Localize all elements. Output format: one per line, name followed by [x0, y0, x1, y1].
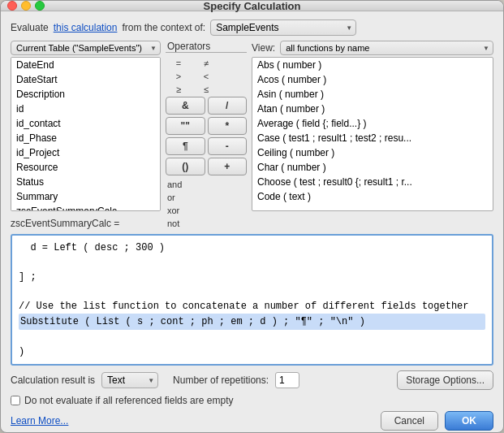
titlebar: Specify Calculation	[1, 1, 503, 11]
field-item-dateend[interactable]: DateEnd	[11, 58, 160, 72]
table-select-wrapper: Current Table ("SampleEvents")	[11, 41, 161, 55]
ops-symbols-grid: = ≠ > < ≥ ≤	[166, 58, 247, 95]
field-item-datestart[interactable]: DateStart	[11, 72, 160, 87]
cancel-button[interactable]: Cancel	[381, 411, 438, 431]
function-list[interactable]: Abs ( number ) Acos ( number ) Asin ( nu…	[252, 57, 493, 211]
fn-atan[interactable]: Atan ( number )	[252, 102, 493, 116]
context-select-wrapper: SampleEvents	[210, 19, 356, 36]
formula-label: zscEventSummaryCalc =	[11, 218, 493, 229]
field-item-status[interactable]: Status	[11, 175, 160, 189]
op-symbol-lt: <	[193, 71, 219, 82]
op-symbol-eq: =	[166, 58, 192, 69]
op-symbol-blank3	[221, 84, 247, 95]
ok-button[interactable]: OK	[445, 411, 493, 431]
formula-line-4	[19, 284, 485, 299]
fn-choose[interactable]: Choose ( test ; result0 {; result1 ; r..…	[252, 175, 493, 189]
op-symbol-blank2	[221, 71, 247, 82]
result-type-select[interactable]: Text	[101, 372, 158, 388]
maximize-button[interactable]	[35, 1, 45, 11]
view-label: View:	[252, 42, 275, 54]
op-btn-and[interactable]: &	[166, 97, 205, 115]
field-panel: Current Table ("SampleEvents") DateEnd D…	[11, 41, 161, 211]
op-symbol-gte: ≥	[166, 84, 192, 95]
field-item-zscevent[interactable]: zscEventSummaryCalc	[11, 204, 160, 211]
field-item-id-project[interactable]: id_Project	[11, 145, 160, 160]
context-link[interactable]: this calculation	[54, 22, 118, 33]
repetitions-label: Number of repetitions:	[173, 375, 269, 386]
repetitions-input[interactable]	[275, 372, 299, 388]
op-text-xor[interactable]: xor	[166, 205, 247, 216]
fn-ceiling[interactable]: Ceiling ( number )	[252, 145, 493, 160]
result-select-wrapper: Text	[101, 372, 158, 388]
field-item-id-contact[interactable]: id_contact	[11, 116, 160, 131]
field-item-id[interactable]: id	[11, 102, 160, 116]
action-buttons: Cancel OK	[381, 411, 493, 431]
fn-case[interactable]: Case ( test1 ; result1 ; test2 ; resu...	[252, 131, 493, 145]
fn-average[interactable]: Average ( field {; field...} )	[252, 116, 493, 131]
operators-label: Operators	[166, 41, 247, 53]
field-item-resource[interactable]: Resource	[11, 160, 160, 175]
fn-acos[interactable]: Acos ( number )	[252, 72, 493, 87]
view-select[interactable]: all functions by name	[280, 41, 493, 55]
op-btn-para[interactable]: ¶	[166, 137, 205, 155]
field-list[interactable]: DateEnd DateStart Description id id_cont…	[11, 57, 161, 211]
fn-code[interactable]: Code ( text )	[252, 189, 493, 204]
op-btn-mul[interactable]: *	[208, 117, 248, 135]
checkbox-row: Do not evaluate if all referenced fields…	[11, 395, 493, 406]
calc-result-label: Calculation result is	[11, 375, 95, 386]
op-btn-plus[interactable]: +	[208, 158, 248, 175]
context-select[interactable]: SampleEvents	[210, 19, 356, 36]
field-item-description[interactable]: Description	[11, 87, 160, 102]
op-text-and[interactable]: and	[166, 179, 247, 190]
formula-line-8: )	[19, 344, 485, 359]
context-row: Evaluate this calculation from the conte…	[11, 19, 493, 36]
view-select-wrapper: all functions by name	[280, 41, 493, 55]
field-item-summary[interactable]: Summary	[11, 189, 160, 204]
context-label-before: Evaluate	[11, 22, 49, 33]
op-btn-parens[interactable]: ()	[166, 158, 205, 175]
op-btn-div[interactable]: /	[208, 97, 248, 115]
middle-section: Current Table ("SampleEvents") DateEnd D…	[11, 41, 493, 211]
fn-asin[interactable]: Asin ( number )	[252, 87, 493, 102]
operators-panel: Operators = ≠ > < ≥ ≤ & / "" *	[166, 41, 247, 211]
no-eval-checkbox[interactable]	[11, 396, 20, 405]
ops-buttons-grid: & / "" * ¶ - () +	[166, 97, 247, 175]
context-label-after: from the context of:	[122, 22, 205, 33]
checkbox-label: Do not evaluate if all referenced fields…	[24, 395, 233, 406]
close-button[interactable]	[7, 1, 17, 11]
learn-more-button[interactable]: Learn More...	[11, 415, 68, 427]
op-symbol-neq: ≠	[193, 58, 219, 69]
op-symbol-gt: >	[166, 71, 192, 82]
traffic-lights	[7, 1, 45, 11]
main-window: Specify Calculation Evaluate this calcul…	[0, 0, 504, 433]
formula-line-7	[19, 330, 485, 344]
formula-line-2	[19, 255, 485, 270]
view-panel: View: all functions by name Abs ( number…	[252, 41, 493, 211]
calc-result-row: Calculation result is Text Number of rep…	[11, 370, 493, 390]
op-symbol-blank	[221, 58, 247, 69]
formula-line-1: d = Left ( desc ; 300 )	[19, 240, 485, 255]
op-text-or[interactable]: or	[166, 192, 247, 203]
storage-options-button[interactable]: Storage Options...	[397, 370, 493, 390]
formula-line-6: Substitute ( List ( s ; cont ; ph ; em ;…	[19, 314, 485, 330]
fn-char[interactable]: Char ( number )	[252, 160, 493, 175]
formula-area[interactable]: d = Left ( desc ; 300 ) ] ; // Use the l…	[11, 234, 493, 366]
minimize-button[interactable]	[21, 1, 31, 11]
view-header: View: all functions by name	[252, 41, 493, 55]
op-symbol-lte: ≤	[193, 84, 219, 95]
fn-abs[interactable]: Abs ( number )	[252, 58, 493, 72]
formula-line-5: // Use the list function to concatenate …	[19, 299, 485, 314]
main-content: Evaluate this calculation from the conte…	[1, 11, 503, 433]
op-btn-minus[interactable]: -	[208, 137, 248, 155]
bottom-controls: Calculation result is Text Number of rep…	[11, 370, 493, 431]
formula-line-3: ] ;	[19, 270, 485, 284]
window-title: Specify Calculation	[204, 0, 301, 12]
table-select[interactable]: Current Table ("SampleEvents")	[11, 41, 161, 55]
field-panel-header: Current Table ("SampleEvents")	[11, 41, 161, 55]
field-item-id-phase[interactable]: id_Phase	[11, 131, 160, 145]
op-btn-quotes[interactable]: ""	[166, 117, 205, 135]
action-row: Learn More... Cancel OK	[11, 411, 493, 431]
